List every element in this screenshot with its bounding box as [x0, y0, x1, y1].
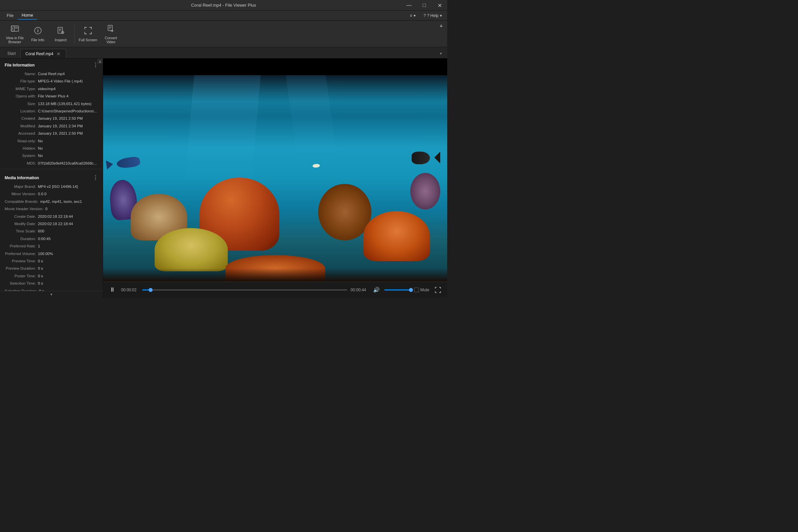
video-area[interactable] [103, 75, 447, 282]
modify-date-label: Modify Date: [5, 221, 38, 227]
readonly-label: Read-only: [5, 138, 38, 144]
minimize-button[interactable]: — [401, 0, 417, 11]
file-info-title: File Information [5, 63, 35, 68]
help-chevron: ▾ [440, 13, 442, 18]
menu-bar: File Home ≡ ▾ ? ? Help ▾ [0, 11, 447, 21]
fish-blue-tail [106, 159, 114, 170]
hidden-value: No [38, 145, 43, 151]
settings-button[interactable]: ≡ ▾ [407, 12, 418, 19]
media-info-row-modify-date: Modify Date: 2020:02:18 22:18:44 [0, 220, 103, 227]
media-info-row-selection-time: Selection Time: 0 s [0, 280, 103, 287]
poster-time-value: 0 s [38, 273, 43, 279]
modified-value: January 19, 2021 2:34 PM [38, 123, 83, 129]
play-pause-button[interactable]: ⏸ [107, 285, 118, 295]
progress-thumb[interactable] [149, 288, 153, 292]
view-in-file-browser-button[interactable]: View in File Browser [4, 23, 25, 44]
mute-checkbox-box[interactable] [414, 288, 419, 292]
fullscreen-button[interactable] [433, 285, 443, 295]
modify-date-value: 2020:02:18 22:18:44 [38, 221, 73, 227]
maximize-button[interactable]: □ [417, 0, 432, 11]
volume-thumb[interactable] [409, 288, 413, 292]
size-value: 133.18 MB (139,651,421 bytes) [38, 101, 92, 107]
ribbon-collapse-button[interactable]: ▲ [438, 22, 444, 28]
volume-icon: 🔊 [373, 287, 380, 293]
coral-scene [103, 75, 447, 282]
mute-control[interactable]: Mute [414, 288, 429, 292]
created-label: Created: [5, 115, 38, 121]
play-pause-icon: ⏸ [109, 286, 115, 293]
current-time-display: 00:00:02 [121, 288, 139, 292]
media-info-more-button[interactable]: ⋮ [93, 174, 98, 181]
duration-label: Duration: [5, 236, 38, 242]
accessed-value: January 19, 2021 2:50 PM [38, 130, 83, 136]
tab-dropdown-button[interactable]: ▾ [437, 49, 444, 58]
file-info-row-size: Size: 133.18 MB (139,651,421 bytes) [0, 100, 103, 108]
inspect-button[interactable]: Inspect [50, 23, 72, 44]
svg-point-7 [37, 28, 38, 29]
modified-label: Modified: [5, 123, 38, 129]
fullscreen-icon [435, 287, 441, 293]
file-type-value: MPEG-4 Video File (.mp4) [38, 78, 83, 84]
volume-button[interactable]: 🔊 [372, 285, 381, 294]
window-controls: — □ ✕ [401, 0, 447, 11]
ocean-top-overlay [103, 75, 447, 102]
file-name-label: Name: [5, 71, 38, 77]
video-black-bar-top [103, 58, 447, 75]
menu-file[interactable]: File [3, 12, 18, 19]
total-time-display: 00:00:44 [350, 288, 368, 292]
file-type-label: File type: [5, 78, 38, 84]
volume-slider[interactable] [384, 289, 411, 291]
file-info-row-accessed: Accessed: January 19, 2021 2:50 PM [0, 130, 103, 137]
help-icon: ? [424, 13, 426, 18]
full-screen-icon [83, 26, 93, 37]
file-info-row-readonly: Read-only: No [0, 137, 103, 145]
tab-start[interactable]: Start [3, 49, 20, 58]
poster-time-label: Poster Time: [5, 273, 38, 279]
close-button[interactable]: ✕ [432, 0, 447, 11]
major-brand-value: MP4 v2 [ISO 14496-14] [38, 184, 78, 190]
preview-time-label: Preview Time: [5, 258, 38, 264]
media-info-row-preview-time: Preview Time: 0 s [0, 258, 103, 265]
help-button[interactable]: ? ? Help ▾ [421, 12, 444, 19]
file-info-row-system: System: No [0, 152, 103, 159]
section-divider [0, 169, 103, 169]
main-content: ▲ File Information ⋮ Name: Coral Reef.mp… [0, 58, 447, 298]
location-value: C:\Users\SharpenedProductions\... [38, 108, 97, 114]
opens-with-value: File Viewer Plus 4 [38, 93, 69, 99]
mime-type-label: MIME Type: [5, 86, 38, 92]
window-title: Coral Reef.mp4 - File Viewer Plus [191, 3, 256, 8]
media-info-row-preview-duration: Preview Duration: 0 s [0, 265, 103, 272]
scroll-down-button[interactable]: ▼ [50, 292, 53, 296]
tabs-bar: Start Coral Reef.mp4 ✕ ▾ [0, 47, 447, 58]
opens-with-label: Opens with: [5, 93, 38, 99]
convert-video-label: Convert Video [105, 36, 117, 44]
help-label: ? Help [427, 13, 439, 18]
tab-coral-reef[interactable]: Coral Reef.mp4 ✕ [20, 49, 66, 58]
file-name-value: Coral Reef.mp4 [38, 71, 65, 77]
view-in-file-browser-icon [10, 24, 20, 35]
fish-black-tail [434, 152, 440, 164]
major-brand-label: Major Brand: [5, 184, 38, 190]
time-scale-label: Time Scale: [5, 228, 38, 234]
menu-home[interactable]: Home [18, 11, 37, 20]
preview-duration-label: Preview Duration: [5, 265, 38, 271]
full-screen-label: Full Screen [79, 38, 97, 42]
tab-close-button[interactable]: ✕ [56, 51, 61, 57]
compatible-brands-value: mp42, mp41, isom, avc1 [40, 198, 82, 205]
duration-value: 0:00:45 [38, 236, 51, 242]
settings-icon: ≡ [410, 13, 412, 18]
movie-header-label: Movie Header Version: [5, 206, 45, 212]
progress-bar[interactable] [142, 289, 347, 291]
media-info-row-time-scale: Time Scale: 600 [0, 227, 103, 235]
scroll-up-button[interactable]: ▲ [97, 58, 103, 64]
video-frame [103, 75, 447, 282]
inspect-label: Inspect [55, 38, 66, 42]
convert-video-button[interactable]: Convert Video [100, 23, 122, 44]
file-info-row-mime: MIME Type: video/mp4 [0, 85, 103, 92]
full-screen-button[interactable]: Full Screen [77, 23, 99, 44]
created-value: January 19, 2021 2:50 PM [38, 115, 83, 121]
minor-version-value: 0.0.0 [38, 191, 46, 197]
tab-coral-reef-label: Coral Reef.mp4 [25, 52, 53, 56]
light-ray-1 [184, 75, 261, 189]
file-info-button[interactable]: File Info [27, 23, 49, 44]
